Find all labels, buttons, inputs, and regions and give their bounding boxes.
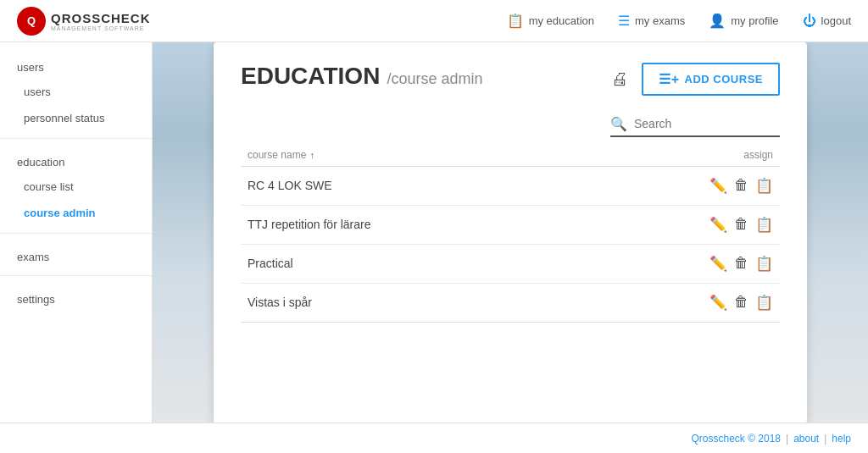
edit-course-button[interactable]: ✏️ [709,216,727,234]
col-course-name[interactable]: course name ↑ [241,144,575,167]
col-assign: assign [575,144,780,167]
nav-logout-label: logout [821,14,851,27]
sidebar-section-users: users [0,51,152,79]
sort-icon: ↑ [309,150,314,160]
sidebar-divider-2 [0,233,152,234]
nav-links: 📋 my education ☰ my exams 👤 my profile ⏻… [507,13,851,29]
nav-my-exams[interactable]: ☰ my exams [618,13,685,29]
col-course-name-label: course name [248,149,306,161]
delete-course-button[interactable]: 🗑 [734,216,748,233]
search-icon: 🔍 [610,116,627,132]
col-assign-label: assign [743,149,773,161]
course-actions-cell: ✏️🗑📋 [575,166,780,205]
footer-sep-1: | [786,433,788,445]
profile-icon: 👤 [709,13,726,29]
table-row: RC 4 LOK SWE✏️🗑📋 [241,166,780,205]
search-box: 🔍 [610,113,780,137]
table-row: Practical✏️🗑📋 [241,244,780,283]
nav-my-profile-label: my profile [731,14,778,27]
sidebar-item-personnel-status[interactable]: personnel status [0,105,152,131]
assign-course-button[interactable]: 📋 [755,177,773,195]
course-list: RC 4 LOK SWE✏️🗑📋TTJ repetition för lärar… [241,166,780,322]
sidebar-divider-1 [0,138,152,139]
course-actions-cell: ✏️🗑📋 [575,205,780,244]
logo-name: QrossCheck [51,11,151,25]
logo-text: QrossCheck Management Software [51,11,151,31]
edit-course-button[interactable]: ✏️ [709,255,727,273]
edit-course-button[interactable]: ✏️ [709,294,727,312]
add-course-label: ADD COURSE [685,73,763,86]
nav-my-profile[interactable]: 👤 my profile [709,13,778,29]
page-title: EDUCATION [241,63,380,90]
footer-help[interactable]: help [832,433,851,445]
education-icon: 📋 [507,13,524,29]
assign-course-button[interactable]: 📋 [755,294,773,312]
course-name-cell: RC 4 LOK SWE [241,166,575,205]
footer-about[interactable]: about [793,433,819,445]
table-header-row: course name ↑ assign [241,144,780,167]
logo-sub: Management Software [51,25,151,31]
course-actions-cell: ✏️🗑📋 [575,283,780,322]
sidebar: users users personnel status education c… [0,42,153,423]
card-header: EDUCATION /course admin 🖨 ☰+ ADD COURSE [241,63,780,96]
card-title: EDUCATION /course admin [241,63,482,90]
table-row: Vistas i spår✏️🗑📋 [241,283,780,322]
course-name-cell: Practical [241,244,575,283]
exams-icon: ☰ [618,13,630,29]
course-actions-cell: ✏️🗑📋 [575,244,780,283]
page-subtitle: /course admin [387,70,482,88]
footer-sep-2: | [824,433,826,445]
course-name-cell: Vistas i spår [241,283,575,322]
course-name-cell: TTJ repetition för lärare [241,205,575,244]
sidebar-item-course-list[interactable]: course list [0,174,152,200]
search-input[interactable] [634,117,780,130]
sidebar-item-users[interactable]: users [0,79,152,105]
assign-course-button[interactable]: 📋 [755,216,773,234]
delete-course-button[interactable]: 🗑 [734,294,748,311]
card-actions: 🖨 ☰+ ADD COURSE [611,63,780,96]
sidebar-divider-3 [0,275,152,276]
add-course-button[interactable]: ☰+ ADD COURSE [642,63,780,96]
assign-course-button[interactable]: 📋 [755,255,773,273]
nav-my-education[interactable]: 📋 my education [507,13,594,29]
delete-course-button[interactable]: 🗑 [734,255,748,272]
logout-icon: ⏻ [803,14,816,29]
logo: Q QrossCheck Management Software [17,3,136,39]
sidebar-item-course-admin[interactable]: course admin [0,200,152,226]
main-card: EDUCATION /course admin 🖨 ☰+ ADD COURSE … [214,42,807,423]
logo-area: Q QrossCheck Management Software [17,3,136,39]
footer-copy: Qrosscheck © 2018 [691,433,781,445]
footer: Qrosscheck © 2018 | about | help [0,423,868,453]
sidebar-section-exams: exams [0,240,152,268]
search-area: 🔍 [241,113,780,137]
sidebar-section-settings: settings [0,283,152,311]
table-row: TTJ repetition för lärare✏️🗑📋 [241,205,780,244]
main-content: EDUCATION /course admin 🖨 ☰+ ADD COURSE … [153,42,868,423]
print-button[interactable]: 🖨 [611,69,628,89]
add-course-icon: ☰+ [659,71,679,87]
nav-my-education-label: my education [529,14,594,27]
sidebar-section-education: education [0,146,152,174]
nav-logout[interactable]: ⏻ logout [803,14,851,29]
nav-my-exams-label: my exams [635,14,685,27]
top-nav: Q QrossCheck Management Software 📋 my ed… [0,0,868,42]
delete-course-button[interactable]: 🗑 [734,177,748,194]
course-table: course name ↑ assign RC 4 LOK SWE✏️🗑📋TTJ… [241,144,780,323]
edit-course-button[interactable]: ✏️ [709,177,727,195]
logo-icon: Q [17,7,46,36]
